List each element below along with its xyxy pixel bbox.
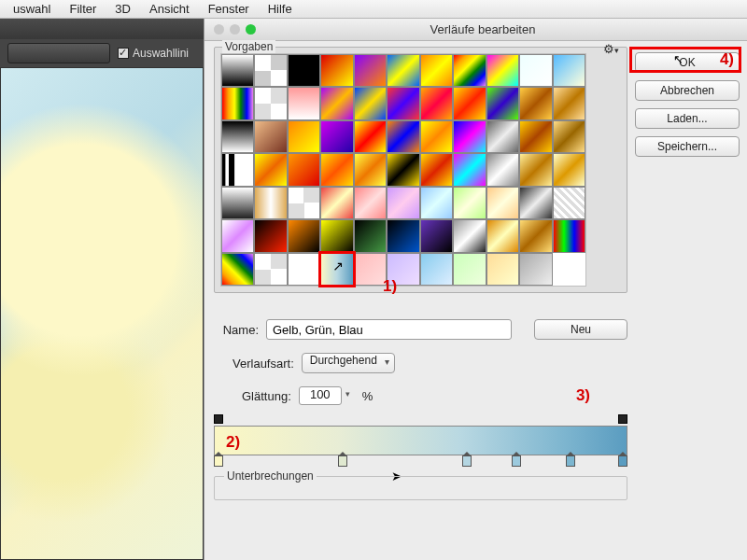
menu-item[interactable]: Filter [60,2,106,16]
preset-thumb[interactable] [553,187,585,219]
menu-item[interactable]: Ansicht [140,2,199,16]
preset-thumb[interactable] [320,153,353,186]
preset-thumb[interactable] [486,253,519,286]
preset-thumb[interactable] [453,253,486,286]
gear-icon[interactable]: ⚙︎▾ [603,42,619,56]
preset-thumb[interactable] [288,253,320,286]
preset-thumb[interactable] [221,187,254,219]
preset-thumb[interactable] [420,54,453,87]
preset-thumb[interactable] [486,87,519,119]
preset-thumb[interactable] [221,153,254,186]
preset-thumb[interactable] [320,54,353,87]
preset-thumb[interactable] [420,187,453,219]
preset-thumb[interactable] [553,153,585,186]
preset-thumb[interactable] [354,187,387,219]
preset-thumb[interactable] [354,253,387,286]
preset-thumb[interactable] [254,187,287,219]
preset-thumb[interactable] [387,120,419,153]
preset-thumb[interactable] [453,120,486,153]
preset-thumb[interactable] [519,253,552,286]
cancel-button[interactable]: Abbrechen [635,80,740,101]
preset-thumb[interactable] [320,87,353,119]
preset-thumb[interactable] [453,153,486,186]
menu-item[interactable]: Fenster [199,2,259,16]
menu-item[interactable]: uswahl [4,2,60,16]
preset-thumb[interactable] [486,54,519,87]
preset-thumb[interactable] [387,187,419,219]
preset-thumb[interactable] [354,219,387,252]
preset-thumb[interactable] [486,153,519,186]
preset-thumb[interactable] [288,187,320,219]
preset-thumb[interactable] [387,87,419,119]
preset-thumb[interactable] [453,219,486,252]
name-field[interactable] [266,319,512,340]
preset-thumb[interactable] [553,87,585,119]
preset-thumb[interactable] [453,187,486,219]
opacity-stop[interactable] [214,414,223,424]
preset-thumb[interactable] [420,219,453,252]
preset-thumb[interactable] [320,253,353,286]
preset-thumb[interactable] [254,120,287,153]
preset-thumb[interactable] [553,54,585,87]
preset-thumb[interactable] [486,120,519,153]
preset-thumb[interactable] [519,187,552,219]
zoom-icon[interactable] [246,24,256,35]
preset-thumb[interactable] [420,87,453,119]
preset-thumb[interactable] [288,153,320,186]
preset-thumb[interactable] [519,87,552,119]
preset-thumb[interactable] [254,87,287,119]
gradient-picker-dropdown[interactable] [7,43,110,63]
close-icon[interactable] [214,24,224,35]
preset-thumb[interactable] [254,153,287,186]
preset-thumb[interactable] [519,120,552,153]
preset-thumb[interactable] [420,120,453,153]
preset-thumb[interactable] [221,219,254,252]
preset-thumb[interactable] [387,54,419,87]
preset-thumb[interactable] [519,54,552,87]
preset-thumb[interactable] [453,87,486,119]
preset-thumb[interactable] [420,153,453,186]
minimize-icon[interactable] [230,24,240,35]
load-button[interactable]: Laden... [635,108,740,129]
gradient-type-select[interactable]: Durchgehend [302,353,395,373]
preset-thumb[interactable] [387,153,419,186]
document-canvas[interactable] [0,67,204,560]
preset-thumb[interactable] [354,120,387,153]
preset-thumb[interactable] [288,219,320,252]
opacity-stop[interactable] [618,414,627,424]
preset-thumb[interactable] [553,120,585,153]
preset-thumb[interactable] [354,153,387,186]
preset-thumb[interactable] [519,219,552,252]
preset-thumb[interactable] [354,54,387,87]
menu-item[interactable]: 3D [106,2,140,16]
preset-thumb[interactable] [288,54,320,87]
preset-thumb[interactable] [486,187,519,219]
preset-thumb[interactable] [288,87,320,119]
color-stops-track[interactable] [214,455,627,469]
preset-thumb[interactable] [221,253,254,286]
preset-thumb[interactable] [519,153,552,186]
preset-thumb[interactable] [221,120,254,153]
preset-thumb[interactable] [320,187,353,219]
preset-thumb[interactable] [254,54,287,87]
opacity-stops-track[interactable] [214,414,627,426]
preset-thumb[interactable] [553,219,585,252]
preset-thumb[interactable] [320,219,353,252]
new-button[interactable]: Neu [534,319,627,340]
selection-checkbox[interactable]: Auswahllini [118,47,189,60]
preset-thumb[interactable] [254,253,287,286]
save-button[interactable]: Speichern... [635,136,740,157]
preset-thumb[interactable] [254,219,287,252]
menu-item[interactable]: Hilfe [259,2,302,16]
preset-thumb[interactable] [288,120,320,153]
smoothness-stepper[interactable]: 100 [299,386,342,405]
preset-thumb[interactable] [221,54,254,87]
preset-thumb[interactable] [354,87,387,119]
preset-grid [220,53,586,287]
preset-thumb[interactable] [486,219,519,252]
preset-thumb[interactable] [387,219,419,252]
preset-thumb[interactable] [453,54,486,87]
preset-thumb[interactable] [420,253,453,286]
preset-thumb[interactable] [221,87,254,119]
preset-thumb[interactable] [320,120,353,153]
